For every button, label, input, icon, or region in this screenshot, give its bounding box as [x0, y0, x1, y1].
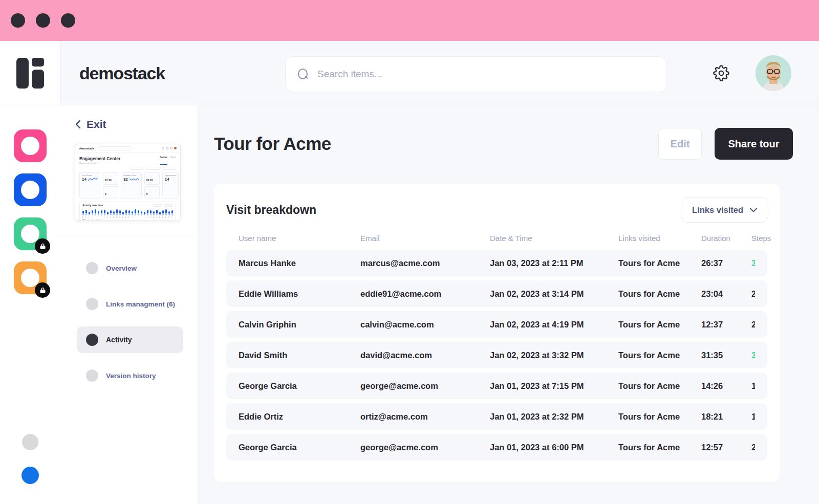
table-row[interactable]: George Garcia george@acme.com Jan 01, 20… — [226, 434, 767, 461]
thumb-activity-chart: Activity over time Finished Visits — [79, 202, 176, 221]
cell-email: george@acme.com — [360, 381, 490, 391]
thumb-title: Engagement Center — [79, 156, 120, 161]
workspace-icon-hole — [21, 181, 39, 199]
workspace-icon[interactable] — [14, 217, 47, 250]
cell-duration: 23:04 — [701, 289, 751, 299]
cell-duration: 14:26 — [701, 381, 751, 391]
cell-user-name: David Smith — [239, 350, 360, 360]
sidebar-nav-item[interactable]: Activity — [77, 326, 183, 353]
visit-breakdown-card: Visit breakdown Links visited User nameE… — [214, 184, 780, 482]
cell-email: george@acme.com — [360, 443, 490, 452]
table-row[interactable]: David Smith david@acme.com Jan 02, 2023 … — [226, 342, 767, 368]
table-body: Marcus Hanke marcus@acme.com Jan 03, 202… — [226, 250, 767, 461]
exit-label: Exit — [87, 118, 106, 130]
thumb-subtitle: Welcome Jonah! — [79, 162, 120, 165]
table-row[interactable]: George Garcia george@acme.com Jan 01, 20… — [226, 372, 767, 399]
demostack-logo-icon — [16, 58, 44, 89]
lock-icon — [35, 238, 50, 254]
settings-button[interactable] — [712, 63, 731, 83]
cell-duration: 12:37 — [701, 320, 751, 330]
main-content: Tour for Acme Edit Share tour Visit brea… — [197, 105, 819, 504]
nav-step-dot — [86, 262, 98, 274]
window-close-button[interactable] — [11, 13, 25, 28]
nav-step-dot — [86, 298, 98, 310]
rail-extra-item[interactable] — [22, 434, 38, 450]
links-visited-dropdown[interactable]: Links visited — [682, 197, 767, 223]
sidebar-nav-item[interactable]: Overview — [77, 255, 183, 281]
tour-preview-thumbnail[interactable]: demostack Engagement Center Welcome Jona… — [75, 144, 181, 221]
cell-duration: 12:57 — [701, 443, 751, 452]
cell-email: david@acme.com — [360, 350, 490, 360]
nav-item-label: Overview — [106, 265, 137, 272]
cell-datetime: Jan 01, 2023 at 6:00 PM — [490, 443, 618, 452]
cell-steps: 32/32 — [751, 258, 755, 268]
card-title: Visit breakdown — [226, 203, 316, 217]
rail-active-indicator[interactable] — [21, 467, 39, 484]
column-header: Duration — [701, 234, 751, 243]
cell-datetime: Jan 02, 2023 at 3:32 PM — [490, 350, 618, 360]
nav-item-label: Activity — [106, 336, 132, 344]
sidebar-nav-item[interactable]: Links managment (6) — [77, 291, 183, 317]
column-header: Email — [360, 234, 490, 243]
app-logo[interactable] — [0, 41, 60, 105]
table-row[interactable]: Eddie Williams eddie91@acme.com Jan 02, … — [226, 280, 767, 307]
cell-user-name: George Garcia — [239, 443, 360, 452]
nav-step-dot — [86, 369, 98, 382]
tour-nav: Overview Links managment (6) Activity — [60, 236, 197, 398]
app-window: demostack Search items... — [0, 0, 819, 504]
cell-links-visited: Tours for Acme — [618, 412, 701, 422]
workspace-icon[interactable] — [14, 173, 47, 206]
search-placeholder: Search items... — [317, 69, 382, 80]
cell-steps: 27/32 — [751, 443, 755, 452]
search-icon — [298, 69, 309, 80]
cell-duration: 31:35 — [701, 350, 751, 360]
cell-datetime: Jan 02, 2023 at 4:19 PM — [490, 320, 618, 330]
window-minimize-button[interactable] — [36, 13, 50, 28]
lock-icon — [35, 282, 50, 298]
table-row[interactable]: Marcus Hanke marcus@acme.com Jan 03, 202… — [226, 250, 767, 276]
gear-icon — [713, 65, 729, 81]
cell-email: eddie91@acme.com — [360, 289, 490, 299]
cell-links-visited: Tours for Acme — [618, 320, 701, 330]
app-header: demostack Search items... — [0, 41, 819, 105]
column-header: Links visited — [618, 234, 701, 243]
table-row[interactable]: Calvin Griphin calvin@acme.com Jan 02, 2… — [226, 311, 767, 338]
workspace-icon[interactable] — [14, 261, 47, 294]
tour-sidebar: Exit demostack Engagement Cen — [60, 105, 197, 504]
cell-steps: 23/32 — [751, 320, 755, 330]
thumb-tab-tours: Tours — [170, 156, 176, 165]
search-input[interactable]: Search items... — [285, 56, 667, 92]
cell-steps: 13/32 — [751, 381, 755, 391]
chevron-down-icon — [750, 208, 757, 212]
cell-email: ortiz@acme.com — [360, 412, 490, 422]
column-header: User name — [239, 234, 360, 243]
cell-links-visited: Tours for Acme — [618, 258, 701, 268]
window-maximize-button[interactable] — [61, 13, 75, 28]
workspace-rail — [0, 105, 60, 504]
table-row[interactable]: Eddie Ortiz ortiz@acme.com Jan 01, 2023 … — [226, 403, 767, 430]
exit-link[interactable]: Exit — [75, 118, 183, 130]
cell-user-name: Eddie Ortiz — [239, 412, 360, 422]
cell-links-visited: Tours for Acme — [618, 289, 701, 299]
nav-item-label: Version history — [106, 372, 156, 380]
cell-steps: 17/32 — [751, 412, 755, 422]
cell-links-visited: Tours for Acme — [618, 350, 701, 360]
workspace-icon-hole — [21, 137, 39, 155]
sidebar-nav-item[interactable]: Version history — [77, 362, 183, 389]
cell-email: calvin@acme.com — [360, 320, 490, 330]
column-header: Steps — [751, 234, 771, 243]
chevron-left-icon — [75, 119, 81, 129]
user-avatar[interactable] — [756, 55, 791, 91]
edit-button[interactable]: Edit — [658, 128, 702, 160]
cell-datetime: Jan 01, 2023 at 7:15 PM — [490, 381, 618, 391]
thumb-stat-opportunities: Opportunities 14 — — [162, 172, 179, 199]
cell-user-name: Eddie Williams — [239, 289, 360, 299]
thumb-tab-demos: Demos — [160, 156, 167, 165]
cell-steps: 32/32 — [751, 350, 755, 360]
cell-user-name: George Garcia — [239, 381, 360, 391]
cell-steps: 29/32 — [751, 289, 755, 299]
share-tour-button[interactable]: Share tour — [715, 128, 793, 160]
workspace-icon[interactable] — [14, 129, 47, 162]
table-header: User nameEmailDate & TimeLinks visitedDu… — [226, 234, 767, 243]
cell-links-visited: Tours for Acme — [618, 381, 701, 391]
